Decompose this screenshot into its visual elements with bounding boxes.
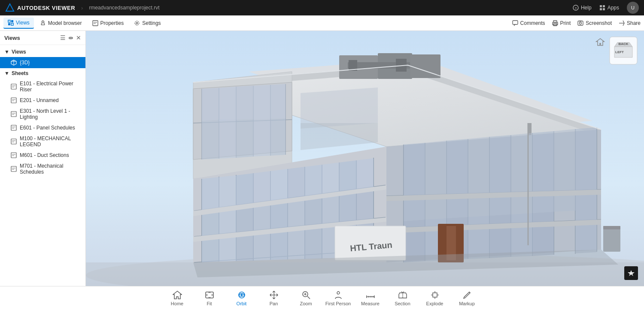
tool-explode[interactable]: Explode bbox=[419, 286, 451, 310]
tool-measure[interactable]: Measure bbox=[354, 286, 386, 310]
user-avatar[interactable]: U bbox=[627, 2, 639, 14]
svg-marker-125 bbox=[532, 131, 554, 184]
svg-marker-97 bbox=[253, 171, 270, 205]
viewcube[interactable]: BACK LEFT bbox=[609, 36, 638, 65]
svg-rect-35 bbox=[11, 98, 16, 103]
svg-marker-135 bbox=[554, 181, 575, 212]
sidebar: Views ☰ ⇼ ✕ ▼ Views {3D} bbox=[0, 31, 86, 286]
sidebar-item-e301[interactable]: E301 - North Level 1 - Lighting bbox=[0, 106, 85, 122]
3d-item-label: {3D} bbox=[20, 60, 81, 66]
model-browser-icon bbox=[40, 20, 46, 26]
tool-pan-label: Pan bbox=[270, 301, 278, 306]
svg-rect-10 bbox=[8, 23, 10, 25]
sidebar-item-e601[interactable]: E601 - Panel Schedules bbox=[0, 122, 85, 133]
bottom-toolbar: Home Fit Orbit Pan Zoom bbox=[0, 286, 644, 310]
svg-marker-157 bbox=[253, 85, 270, 119]
feedback-icon bbox=[627, 269, 635, 277]
sidebar-grid-view-icon[interactable]: ⇼ bbox=[68, 34, 73, 41]
comments-button[interactable]: Comments bbox=[512, 20, 545, 26]
sidebar-item-3d[interactable]: {3D} bbox=[0, 57, 85, 68]
share-button[interactable]: Share bbox=[619, 20, 641, 26]
print-button[interactable]: Print bbox=[552, 20, 571, 26]
svg-marker-122 bbox=[468, 137, 489, 187]
sheet-label-e201: E201 - Unnamed bbox=[20, 97, 81, 103]
viewer-area[interactable]: HTL Traun BAC bbox=[86, 31, 644, 286]
sidebar-item-m601[interactable]: M601 - Duct Sections bbox=[0, 150, 85, 161]
svg-rect-11 bbox=[11, 23, 13, 25]
svg-marker-120 bbox=[425, 141, 447, 190]
sidebar-item-e101[interactable]: E101 - Electrical Power Riser bbox=[0, 78, 85, 95]
tab-model-browser-label: Model browser bbox=[48, 20, 82, 26]
svg-marker-126 bbox=[554, 129, 575, 183]
svg-rect-9 bbox=[11, 20, 13, 22]
sidebar-section-sheets-header[interactable]: ▼ Sheets bbox=[0, 68, 85, 78]
sidebar-list-view-icon[interactable]: ☰ bbox=[60, 34, 66, 41]
svg-rect-198 bbox=[433, 293, 437, 297]
tool-orbit[interactable]: Orbit bbox=[225, 286, 258, 310]
tool-home-label: Home bbox=[171, 301, 183, 306]
tool-section-label: Section bbox=[395, 301, 410, 306]
tab-settings[interactable]: Settings bbox=[130, 18, 165, 28]
svg-marker-99 bbox=[288, 167, 305, 202]
apps-button[interactable]: Apps bbox=[599, 5, 619, 11]
tool-section[interactable]: Section bbox=[386, 286, 419, 310]
sidebar-item-m100[interactable]: M100 - MECHANICAL LEGEND bbox=[0, 133, 85, 150]
svg-rect-4 bbox=[600, 5, 602, 7]
sidebar-content: ▼ Views {3D} ▼ Sheets bbox=[0, 45, 85, 286]
feedback-button[interactable] bbox=[624, 266, 638, 280]
svg-marker-172 bbox=[301, 87, 378, 129]
tab-model-browser[interactable]: Model browser bbox=[36, 18, 86, 28]
markup-tool-icon bbox=[462, 290, 472, 300]
app-name-label: AUTODESK VIEWER bbox=[17, 5, 75, 11]
svg-point-189 bbox=[337, 292, 340, 294]
tool-markup[interactable]: Markup bbox=[451, 286, 483, 310]
explode-tool-icon bbox=[430, 290, 440, 300]
tab-properties[interactable]: Properties bbox=[88, 18, 128, 28]
zoom-tool-icon bbox=[301, 290, 311, 300]
home-view-button[interactable] bbox=[595, 37, 605, 47]
sidebar-close-icon[interactable]: ✕ bbox=[76, 34, 81, 41]
tool-first-person[interactable]: First Person bbox=[322, 286, 354, 310]
svg-marker-128 bbox=[404, 190, 425, 221]
sheet-label-e101: E101 - Electrical Power Riser bbox=[20, 81, 81, 93]
svg-rect-5 bbox=[603, 5, 605, 7]
svg-rect-38 bbox=[11, 111, 16, 117]
svg-marker-159 bbox=[202, 120, 219, 160]
sidebar-section-views: ▼ Views {3D} bbox=[0, 47, 85, 68]
sheet-label-m100: M100 - MECHANICAL LEGEND bbox=[20, 135, 81, 147]
sidebar-header-icons: ☰ ⇼ ✕ bbox=[60, 34, 81, 41]
toolbar-right-actions: Comments Print Screenshot Share bbox=[512, 20, 641, 26]
tool-pan[interactable]: Pan bbox=[258, 286, 290, 310]
fit-tool-icon bbox=[205, 290, 214, 300]
app-logo: AUTODESK VIEWER bbox=[5, 3, 75, 12]
svg-marker-154 bbox=[202, 88, 219, 121]
svg-marker-0 bbox=[6, 4, 14, 11]
tool-zoom[interactable]: Zoom bbox=[290, 286, 322, 310]
tab-views[interactable]: Views bbox=[3, 18, 34, 29]
measure-tool-icon bbox=[366, 290, 375, 300]
svg-rect-169 bbox=[603, 228, 620, 252]
section-views-label: Views bbox=[12, 49, 26, 55]
building-3d-view: HTL Traun bbox=[86, 31, 644, 286]
header-actions: ? Help Apps U bbox=[573, 2, 639, 14]
svg-rect-16 bbox=[93, 21, 98, 26]
section-sheets-label: Sheets bbox=[12, 70, 28, 76]
sheet-icon-e301 bbox=[10, 111, 17, 117]
svg-marker-143 bbox=[532, 212, 554, 256]
screenshot-button[interactable]: Screenshot bbox=[577, 20, 612, 26]
sheet-icon-m601 bbox=[10, 152, 17, 159]
sidebar-item-e201[interactable]: E201 - Unnamed bbox=[0, 95, 85, 106]
tool-fit[interactable]: Fit bbox=[193, 286, 225, 310]
svg-marker-121 bbox=[447, 139, 468, 188]
svg-marker-132 bbox=[489, 185, 511, 216]
svg-rect-20 bbox=[513, 21, 518, 24]
svg-point-24 bbox=[556, 23, 556, 23]
tool-home[interactable]: Home bbox=[161, 286, 193, 310]
tool-first-person-label: First Person bbox=[325, 301, 351, 306]
tab-settings-label: Settings bbox=[142, 20, 161, 26]
help-button[interactable]: ? Help bbox=[573, 5, 592, 11]
svg-marker-133 bbox=[511, 184, 532, 214]
section-sheets-arrow: ▼ bbox=[4, 70, 9, 76]
sidebar-item-m701[interactable]: M701 - Mechanical Schedules bbox=[0, 161, 85, 177]
sidebar-section-views-header[interactable]: ▼ Views bbox=[0, 47, 85, 57]
